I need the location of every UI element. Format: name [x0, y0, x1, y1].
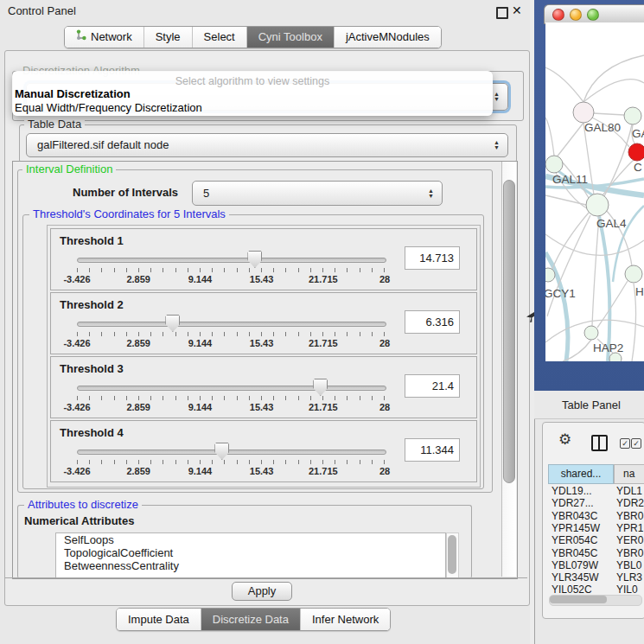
vertical-scrollbar-thumb[interactable]: [503, 180, 515, 483]
table-row[interactable]: YDR27...YDR2: [548, 497, 644, 509]
cell: YPR145W: [552, 522, 600, 534]
node-hap2[interactable]: [584, 326, 598, 340]
cell: YBR0: [616, 510, 643, 522]
tick-label: 28: [379, 274, 390, 284]
slider-track[interactable]: [77, 258, 386, 263]
table-horizontal-scrollbar-thumb[interactable]: [550, 596, 607, 603]
threshold-2-value-field[interactable]: 6.316: [405, 310, 460, 334]
checkbox-icon[interactable]: ✓: [631, 438, 641, 449]
list-item[interactable]: TopologicalCoefficient: [56, 546, 445, 559]
node-h[interactable]: [625, 265, 642, 283]
threshold-2-slider[interactable]: -3.426 2.859 9.144 15.43 21.715 28: [77, 314, 385, 352]
tick-label: -3.426: [63, 466, 90, 476]
threshold-4-label: Threshold 4: [60, 426, 124, 439]
cell: YPR1: [616, 522, 643, 534]
column-header-shared-name[interactable]: shared...: [548, 464, 614, 484]
tick-label: 9.144: [188, 274, 213, 284]
node-label: H: [635, 285, 644, 298]
node-label: GAL4: [596, 217, 627, 230]
interval-definition-label: Interval Definition: [22, 163, 116, 175]
list-item[interactable]: SelfLoops: [56, 533, 445, 546]
attributes-scrollbar-thumb[interactable]: [448, 535, 456, 574]
combo-arrows-icon: ▲▼: [494, 92, 500, 102]
table-row[interactable]: YER054CYER0: [548, 534, 644, 546]
table-row[interactable]: YBL079WYBL0: [548, 559, 644, 571]
popup-item-equal-width-frequency[interactable]: Equal Width/Frequency Discretization: [15, 101, 202, 114]
slider-track[interactable]: [77, 322, 386, 327]
gear-icon[interactable]: ⚙: [558, 432, 571, 447]
slider-thumb[interactable]: [214, 443, 229, 460]
popup-item-manual-discretization[interactable]: Manual Discretization: [15, 87, 131, 100]
table-row[interactable]: YDL19...YDL1: [548, 485, 644, 497]
checkbox-icon[interactable]: ✓: [620, 438, 630, 449]
combo-arrows-icon: ▲▼: [428, 188, 434, 198]
node-gal4[interactable]: [586, 194, 609, 216]
node-gal[interactable]: [624, 107, 641, 124]
close-traffic-light-icon[interactable]: [552, 9, 564, 21]
column-layout-icon[interactable]: [591, 435, 608, 451]
float-window-icon[interactable]: [496, 7, 508, 19]
tab-select[interactable]: Select: [192, 27, 246, 48]
tab-label: Style: [156, 27, 181, 48]
number-of-intervals-combobox[interactable]: 5 ▲▼: [192, 181, 443, 206]
thresholds-group-label: Threshold's Coordinates for 5 Intervals: [29, 208, 229, 220]
slider-track[interactable]: [77, 386, 386, 391]
cell: YDL19...: [552, 485, 592, 497]
column-header-name[interactable]: na: [614, 464, 644, 484]
slider-tick-labels: -3.426 2.859 9.144 15.43 21.715 28: [77, 338, 385, 348]
threshold-1-value-field[interactable]: 14.713: [405, 246, 460, 270]
tick-label: 21.715: [309, 274, 338, 284]
tick-label: -3.426: [63, 274, 90, 284]
tab-network[interactable]: Network: [65, 27, 143, 48]
close-icon[interactable]: ✕: [512, 3, 522, 17]
network-window-titlebar[interactable]: [544, 4, 644, 24]
node-gcy1[interactable]: [545, 268, 555, 282]
table-row[interactable]: YLR345WYLR3: [548, 571, 644, 583]
threshold-3-slider[interactable]: -3.426 2.859 9.144 15.43 21.715 28: [77, 378, 385, 416]
node-label: GA: [632, 127, 644, 140]
slider-thumb[interactable]: [165, 315, 180, 332]
numerical-attributes-list[interactable]: SelfLoops TopologicalCoefficient Between…: [55, 532, 446, 578]
threshold-2-panel: Threshold 2 -3.426 2.859 9.144 15.43 21.…: [50, 292, 477, 354]
table-data-combobox[interactable]: galFiltered.sif default node ▲▼: [26, 133, 508, 157]
tick-label: -3.426: [63, 402, 90, 412]
tab-cyni-toolbox[interactable]: Cyni Toolbox: [246, 27, 334, 48]
threshold-2-label: Threshold 2: [60, 298, 124, 311]
table-row[interactable]: YPR145WYPR1: [548, 522, 644, 534]
apply-button[interactable]: Apply: [232, 582, 292, 601]
zoom-traffic-light-icon[interactable]: [587, 9, 599, 21]
top-tab-bar: Network Style Select Cyni Toolbox jActiv…: [64, 26, 442, 48]
threshold-4-value-field[interactable]: 11.344: [405, 438, 460, 462]
slider-thumb[interactable]: [313, 379, 328, 396]
node-label: GAL80: [584, 121, 621, 134]
threshold-3-value-field[interactable]: 21.4: [405, 374, 460, 398]
slider-tick-labels: -3.426 2.859 9.144 15.43 21.715 28: [77, 402, 385, 412]
minimize-traffic-light-icon[interactable]: [570, 9, 582, 21]
network-view-canvas[interactable]: GAL80 GA C GAL11 GAL4 GCY1 H HAP2: [545, 22, 644, 361]
node-label: HAP2: [593, 341, 623, 354]
cell: YBL079W: [552, 559, 598, 571]
table-row[interactable]: YIL052CYIL0: [548, 583, 644, 594]
table-row[interactable]: YBR043CYBR0: [548, 510, 644, 522]
node-red-selected[interactable]: [628, 143, 644, 161]
list-item[interactable]: BetweennessCentrality: [56, 559, 445, 572]
table-row[interactable]: YBR045CYBR0: [548, 547, 644, 559]
network-tree-icon: [76, 27, 86, 48]
combo-arrows-icon: ▲▼: [494, 140, 500, 150]
tab-discretize-data[interactable]: Discretize Data: [201, 609, 300, 630]
tick-label: 15.43: [250, 338, 274, 348]
threshold-1-slider[interactable]: -3.426 2.859 9.144 15.43 21.715 28: [77, 250, 385, 288]
slider-thumb[interactable]: [247, 251, 262, 268]
tab-impute-data[interactable]: Impute Data: [117, 609, 201, 630]
tick-label: 2.859: [126, 338, 150, 348]
tab-infer-network[interactable]: Infer Network: [300, 609, 390, 630]
tab-style[interactable]: Style: [143, 27, 192, 48]
tab-jactivemnodules[interactable]: jActiveMNodules: [334, 27, 441, 48]
cell: YER054C: [552, 534, 597, 546]
node-gal11[interactable]: [545, 156, 563, 173]
node-label: GCY1: [545, 287, 576, 300]
slider-track[interactable]: [77, 450, 386, 455]
window-title: Control Panel: [8, 4, 76, 17]
threshold-4-slider[interactable]: -3.426 2.859 9.144 15.43 21.715 28: [77, 442, 385, 480]
node-gal80[interactable]: [573, 102, 594, 123]
